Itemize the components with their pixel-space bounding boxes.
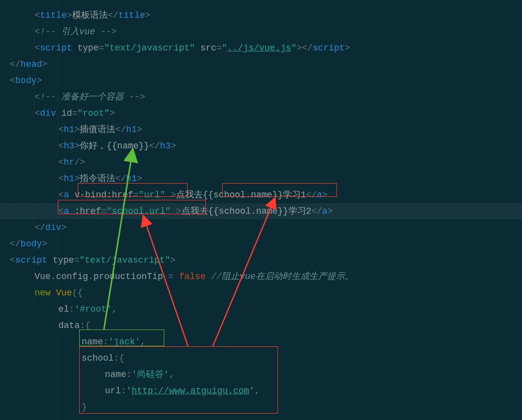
code-line[interactable]: url:'http://www.atguigu.com', [105, 383, 522, 399]
code-line[interactable]: school:{ [82, 350, 522, 366]
code-line[interactable]: </body> [10, 236, 512, 252]
code-line[interactable]: <body> [10, 73, 512, 89]
code-line[interactable]: <h1>指令语法</h1> [58, 171, 522, 187]
code-line[interactable]: <title>模板语法</title> [35, 7, 522, 23]
code-line[interactable]: new Vue({ [35, 285, 522, 301]
code-line[interactable]: el:'#root', [58, 301, 522, 317]
code-line[interactable]: <h1>插值语法</h1> [58, 122, 522, 138]
code-editor[interactable]: <title>模板语法</title> <!-- 引入vue --> <scri… [0, 0, 522, 420]
code-line[interactable]: <!-- 准备好一个容器 --> [35, 89, 522, 105]
code-line[interactable]: <hr/> [58, 154, 522, 170]
code-line[interactable]: <script type="text/javascript" src="../j… [35, 40, 522, 56]
code-line[interactable]: <h3>你好，{{name}}</h3> [58, 138, 522, 154]
code-line[interactable]: <script type="text/javascript"> [10, 252, 512, 268]
code-line[interactable]: Vue.config.productionTip = false //阻止vue… [35, 269, 522, 284]
code-line[interactable]: name:'尚硅谷', [105, 367, 522, 382]
code-line[interactable]: data:{ [58, 318, 522, 333]
code-line[interactable]: name:'jack', [82, 334, 522, 350]
code-line[interactable]: <!-- 引入vue --> [35, 24, 522, 40]
code-line[interactable]: <div id="root"> [35, 105, 522, 121]
code-line[interactable]: </head> [10, 56, 512, 72]
code-line[interactable]: <a v-bind:href="url" >点我去{{school.name}}… [58, 187, 522, 203]
code-line-current[interactable]: <a :href="school.url" >点我去{{school.name}… [0, 203, 522, 219]
code-line[interactable]: } [82, 399, 522, 415]
code-line[interactable]: </div> [35, 220, 522, 235]
